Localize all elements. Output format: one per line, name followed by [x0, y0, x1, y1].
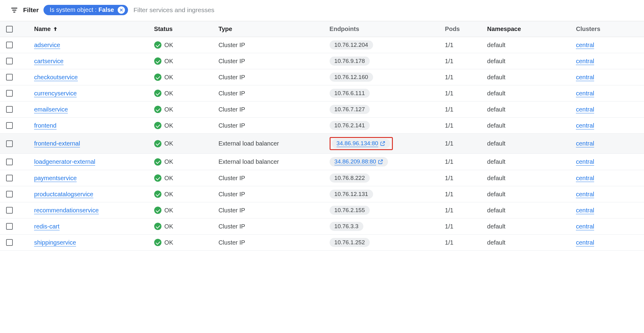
cluster-link[interactable]: central	[576, 207, 594, 214]
cluster-link[interactable]: central	[576, 74, 594, 81]
status-cell: OK	[154, 158, 213, 166]
table-row: checkoutserviceOKCluster IP10.76.12.1601…	[0, 69, 644, 85]
col-header-name[interactable]: Name	[31, 21, 151, 37]
namespace-cell: default	[484, 170, 573, 186]
status-text: OK	[164, 74, 173, 81]
pods-cell: 1/1	[442, 118, 484, 134]
svg-rect-0	[11, 8, 17, 9]
cluster-link[interactable]: central	[576, 90, 594, 97]
row-checkbox[interactable]	[6, 90, 13, 97]
row-checkbox[interactable]	[6, 159, 13, 165]
row-checkbox[interactable]	[6, 223, 13, 230]
row-checkbox[interactable]	[6, 207, 13, 214]
table-row: loadgenerator-externalOKExternal load ba…	[0, 154, 644, 170]
service-name-link[interactable]: recommendationservice	[34, 207, 99, 214]
namespace-cell: default	[484, 235, 573, 251]
service-name-link[interactable]: redis-cart	[34, 223, 59, 230]
cluster-link[interactable]: central	[576, 42, 594, 49]
type-cell: External load balancer	[215, 134, 326, 154]
endpoint-cell: 10.76.3.3	[327, 218, 442, 235]
check-circle-icon	[154, 74, 161, 81]
row-checkbox[interactable]	[6, 191, 13, 197]
service-name-link[interactable]: emailservice	[34, 106, 68, 113]
service-name-link[interactable]: loadgenerator-external	[34, 158, 95, 166]
namespace-cell: default	[484, 154, 573, 170]
service-name-link[interactable]: cartservice	[34, 58, 64, 65]
cluster-link[interactable]: central	[576, 106, 594, 113]
endpoint-link-pill[interactable]: 34.86.209.88:80	[330, 157, 388, 166]
close-icon[interactable]	[118, 6, 125, 14]
status-cell: OK	[154, 207, 213, 214]
cluster-link[interactable]: central	[576, 223, 594, 230]
cluster-link[interactable]: central	[576, 140, 594, 147]
table-row: redis-cartOKCluster IP10.76.3.31/1defaul…	[0, 218, 644, 235]
status-text: OK	[164, 122, 173, 129]
type-cell: Cluster IP	[215, 170, 326, 186]
endpoint-cell: 10.76.6.111	[327, 85, 442, 101]
check-circle-icon	[154, 90, 161, 97]
endpoint-cell: 10.76.8.222	[327, 170, 442, 186]
check-circle-icon	[154, 191, 161, 198]
table-header-row: Name Status Type Endpoints Pods Namespac…	[0, 21, 644, 37]
namespace-cell: default	[484, 53, 573, 69]
cluster-link[interactable]: central	[576, 191, 594, 198]
table-row: paymentserviceOKCluster IP10.76.8.2221/1…	[0, 170, 644, 186]
status-cell: OK	[154, 174, 213, 182]
col-header-status[interactable]: Status	[151, 21, 216, 37]
type-cell: Cluster IP	[215, 235, 326, 251]
service-name-link[interactable]: checkoutservice	[34, 74, 78, 81]
open-in-new-icon	[378, 159, 383, 164]
row-checkbox[interactable]	[6, 74, 13, 81]
namespace-cell: default	[484, 134, 573, 154]
row-checkbox[interactable]	[6, 239, 13, 246]
cluster-link[interactable]: central	[576, 58, 594, 65]
service-name-link[interactable]: frontend-external	[34, 140, 80, 147]
col-header-type[interactable]: Type	[215, 21, 326, 37]
row-checkbox[interactable]	[6, 122, 13, 129]
cluster-link[interactable]: central	[576, 239, 594, 246]
table-row: productcatalogserviceOKCluster IP10.76.1…	[0, 186, 644, 202]
cluster-link[interactable]: central	[576, 158, 594, 166]
service-name-link[interactable]: productcatalogservice	[34, 191, 93, 198]
service-name-link[interactable]: paymentservice	[34, 175, 77, 182]
cluster-link[interactable]: central	[576, 122, 594, 129]
status-cell: OK	[154, 41, 213, 49]
type-cell: Cluster IP	[215, 218, 326, 235]
filter-chip-value: False	[99, 6, 114, 13]
cluster-link[interactable]: central	[576, 175, 594, 182]
service-name-link[interactable]: frontend	[34, 122, 56, 129]
type-cell: Cluster IP	[215, 101, 326, 118]
col-header-namespace[interactable]: Namespace	[484, 21, 573, 37]
service-name-link[interactable]: shippingservice	[34, 239, 76, 246]
status-cell: OK	[154, 223, 213, 230]
row-checkbox[interactable]	[6, 42, 13, 48]
select-all-checkbox[interactable]	[6, 26, 13, 33]
namespace-cell: default	[484, 37, 573, 53]
row-checkbox[interactable]	[6, 106, 13, 113]
namespace-cell: default	[484, 85, 573, 101]
col-header-endpoints[interactable]: Endpoints	[327, 21, 442, 37]
col-header-pods[interactable]: Pods	[442, 21, 484, 37]
status-text: OK	[164, 239, 173, 246]
filter-chip-system-object[interactable]: Is system object : False	[43, 5, 128, 15]
service-name-link[interactable]: adservice	[34, 42, 60, 49]
check-circle-icon	[154, 122, 161, 129]
row-checkbox[interactable]	[6, 58, 13, 64]
status-cell: OK	[154, 239, 213, 246]
status-text: OK	[164, 106, 173, 113]
col-header-name-label: Name	[34, 26, 50, 33]
pods-cell: 1/1	[442, 170, 484, 186]
check-circle-icon	[154, 223, 161, 230]
status-text: OK	[164, 158, 173, 165]
endpoint-cell: 10.76.1.252	[327, 235, 442, 251]
endpoint-cell: 10.76.7.127	[327, 101, 442, 118]
endpoint-link-pill[interactable]: 34.86.96.134:80	[332, 139, 390, 148]
col-header-clusters[interactable]: Clusters	[573, 21, 644, 37]
check-circle-icon	[154, 207, 161, 214]
status-text: OK	[164, 90, 173, 97]
filter-label: Filter	[23, 6, 39, 14]
service-name-link[interactable]: currencyservice	[34, 90, 77, 97]
row-checkbox[interactable]	[6, 175, 13, 181]
filter-input[interactable]	[133, 6, 639, 14]
row-checkbox[interactable]	[6, 140, 13, 147]
